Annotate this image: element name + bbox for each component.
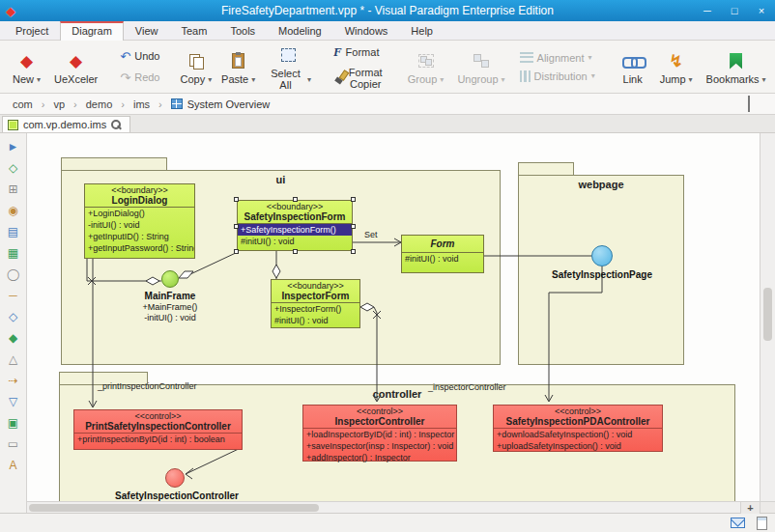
redo-button[interactable]: ↷ Redo [115, 69, 164, 87]
class-inspectorcontroller[interactable]: <<control>> InspectorController +loadIns… [302, 405, 457, 462]
palette-text-tool[interactable]: A [3, 456, 24, 475]
class-member[interactable]: #initUI() : void [238, 236, 352, 247]
breadcrumb-item-system-overview[interactable]: System Overview [164, 97, 277, 112]
node-mainframe[interactable] [161, 270, 179, 288]
new-button[interactable]: ◆ New▾ [7, 46, 46, 87]
selection-handle[interactable] [293, 249, 298, 254]
link-button[interactable]: Link [614, 46, 652, 87]
fit-window-button[interactable] [746, 95, 752, 113]
palette-composition-tool[interactable]: ◆ [3, 328, 24, 348]
tab-modeling[interactable]: Modeling [267, 22, 333, 40]
class-logindialog[interactable]: <<boundary>> LoginDialog +LoginDialog() … [84, 183, 195, 259]
jump-button[interactable]: ↯ Jump▾ [654, 46, 699, 87]
selection-handle[interactable] [351, 249, 356, 254]
class-member[interactable]: +uploadSafetyInspection() : void [494, 440, 662, 452]
class-safetyinspectionform[interactable]: <<boundary>> SafetyInspectionForm +Safet… [237, 200, 353, 251]
bookmarks-button[interactable]: Bookmarks▾ [701, 46, 772, 87]
tab-windows[interactable]: Windows [333, 22, 400, 40]
format-button[interactable]: F Format [329, 42, 385, 62]
class-member-selected[interactable]: +SafetyInspectionForm() [238, 224, 352, 236]
class-member[interactable]: +printInspectionByID(id : int) : boolean [74, 434, 242, 445]
format-copier-button[interactable]: Format Copier [329, 65, 390, 92]
palette-generalization-tool[interactable]: △ [3, 350, 24, 369]
tab-view[interactable]: View [124, 22, 170, 40]
class-member[interactable]: +getInputPassword() : String [85, 242, 194, 254]
class-member[interactable]: +InspectorForm() [272, 303, 359, 315]
node-safetyinspectioncontroller[interactable] [165, 468, 185, 488]
tab-tools[interactable]: Tools [218, 22, 267, 40]
selection-handle[interactable] [351, 197, 356, 202]
palette-aggregation-tool[interactable]: ◇ [3, 307, 24, 326]
vertical-scrollbar-thumb[interactable] [763, 288, 772, 341]
messages-button[interactable] [731, 518, 745, 528]
vertical-scrollbar[interactable] [761, 133, 775, 501]
class-member[interactable]: +downloadSafetyInspection() : void [494, 429, 662, 440]
class-inspectorform[interactable]: <<boundary>> InspectorForm +InspectorFor… [271, 279, 360, 328]
selection-handle[interactable] [293, 197, 298, 202]
grid-view-button[interactable] [760, 102, 763, 106]
palette-note-tool[interactable]: ▭ [3, 434, 24, 454]
diagram-canvas[interactable]: ui webpage controller [27, 133, 760, 501]
palette-zoom-tool[interactable]: ◉ [3, 201, 24, 220]
group-button[interactable]: Group▾ [402, 46, 450, 87]
class-printsafetyinspectioncontroller[interactable]: <<control>> PrintSafetyInspectionControl… [73, 409, 243, 450]
tab-project[interactable]: Project [4, 22, 60, 40]
close-button[interactable]: × [748, 0, 775, 21]
document-tab-active[interactable]: com.vp.demo.ims [2, 116, 130, 132]
palette-package-tool[interactable]: ▤ [3, 222, 24, 241]
horizontal-scrollbar-thumb[interactable] [29, 504, 319, 512]
palette-association-tool[interactable]: ─ [3, 286, 24, 305]
edge-label-set[interactable]: Set [364, 230, 378, 239]
selection-handle[interactable] [234, 249, 239, 254]
class-member[interactable]: +getInputID() : String [85, 231, 194, 242]
selection-handle[interactable] [234, 224, 239, 229]
undo-button[interactable]: ↶ Undo [115, 47, 164, 66]
class-form[interactable]: Form #initUI() : void [401, 235, 484, 273]
select-all-button[interactable]: Select All▾ [261, 41, 317, 93]
class-safetyinspectionpdacontroller[interactable]: <<control>> SafetyInspectionPDAControlle… [493, 405, 663, 452]
palette-magnet-tool[interactable]: ⊞ [3, 180, 24, 199]
alignment-button[interactable]: Alignment ▾ [515, 50, 597, 66]
class-member[interactable]: +loadInspectorByID(id : int) : Inspector [303, 429, 456, 440]
connector-logindialog-mainframe[interactable] [87, 259, 161, 285]
breadcrumb-item-ims[interactable]: ims [127, 97, 157, 112]
breadcrumb-item-com[interactable]: com [6, 97, 40, 112]
class-member[interactable]: +saveInspector(insp : Inspector) : void [303, 440, 456, 452]
node-safetyinspectionpage[interactable] [591, 245, 613, 266]
palette-sweeper-tool[interactable]: ◇ [3, 158, 24, 178]
selection-handle[interactable] [234, 197, 239, 202]
palette-interface-tool[interactable]: ◯ [3, 265, 24, 284]
maximize-button[interactable]: □ [721, 0, 748, 21]
copy-button[interactable]: Copy▾ [176, 46, 215, 87]
tab-team[interactable]: Team [169, 22, 218, 40]
palette-realization-tool[interactable]: ▽ [3, 392, 24, 411]
class-member[interactable]: #initUI() : void [402, 253, 483, 265]
connector-safetyinspectionform-inspectorform[interactable] [273, 251, 280, 279]
connector-printcontroller-safetyinspectioncontroller[interactable] [186, 447, 243, 479]
horizontal-scrollbar[interactable]: + [27, 501, 760, 513]
class-member[interactable]: #initUI() : void [272, 315, 359, 326]
palette-class-tool[interactable]: ▦ [3, 243, 24, 263]
log-button[interactable] [757, 517, 767, 530]
uexceler-button[interactable]: ◆ UeXceler [48, 46, 103, 87]
connector-safetyinspectionpage-pdacontroller[interactable] [545, 266, 602, 402]
pan-tool-button[interactable]: + [740, 502, 760, 514]
palette-pointer-tool[interactable]: ► [3, 137, 24, 156]
class-member[interactable]: +LoginDialog() [85, 208, 194, 219]
edge-label-printinspectioncontroller[interactable]: _printInspectionController [98, 381, 197, 391]
palette-component-tool[interactable]: ▣ [3, 413, 24, 433]
palette-dependency-tool[interactable]: ⇢ [3, 371, 24, 390]
connector-inspectorform-inspectorcontroller[interactable] [360, 303, 381, 402]
tab-help[interactable]: Help [399, 22, 445, 40]
paste-button[interactable]: Paste▾ [217, 46, 259, 87]
connector-set-safetyinspectionform-form[interactable] [353, 238, 401, 246]
class-member[interactable]: +addInspector() : Inspector [303, 452, 456, 463]
ungroup-button[interactable]: Ungroup▾ [451, 46, 510, 87]
distribution-button[interactable]: Distribution ▾ [515, 69, 600, 84]
selection-handle[interactable] [351, 224, 356, 229]
breadcrumb-item-demo[interactable]: demo [79, 97, 120, 112]
class-member[interactable]: -initUI() : void [85, 219, 194, 231]
tab-diagram[interactable]: Diagram [60, 21, 124, 41]
minimize-button[interactable]: ─ [694, 0, 721, 21]
breadcrumb-item-vp[interactable]: vp [46, 97, 72, 112]
